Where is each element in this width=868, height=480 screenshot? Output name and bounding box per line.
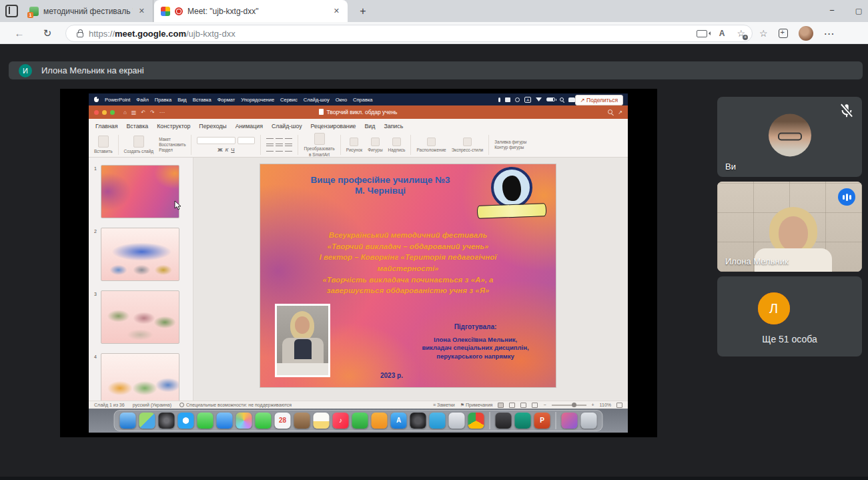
- dock-app-icon[interactable]: [178, 413, 194, 429]
- notes-toggle[interactable]: ≡ Заметки: [433, 403, 455, 407]
- browser-tab-meet[interactable]: Meet: "ujb-kxtg-dxx" ✕: [154, 0, 348, 22]
- apple-logo-icon[interactable]: [94, 97, 99, 102]
- add-favorite-icon[interactable]: ☆+: [737, 28, 745, 39]
- dock-app-icon[interactable]: P: [534, 413, 550, 429]
- dock-app-icon[interactable]: [256, 413, 272, 429]
- dock-app-icon[interactable]: [159, 413, 175, 429]
- menubar-record-icon[interactable]: [515, 97, 520, 102]
- comments-toggle[interactable]: ⚑ Примечания: [460, 403, 493, 408]
- dock-app-icon[interactable]: [120, 413, 136, 429]
- participant-tile-you[interactable]: Ви: [717, 97, 862, 177]
- home-icon[interactable]: ⌂: [123, 109, 127, 115]
- close-icon[interactable]: ✕: [332, 7, 341, 15]
- save-icon[interactable]: ▥: [131, 109, 137, 115]
- search-icon[interactable]: [608, 109, 612, 114]
- reading-view-icon[interactable]: [520, 403, 526, 408]
- dock-app-icon[interactable]: [468, 413, 484, 429]
- share-button[interactable]: ↗ Поделиться: [575, 95, 623, 105]
- close-traffic-light[interactable]: [94, 110, 99, 115]
- dock-app-icon[interactable]: [236, 413, 252, 429]
- tab-actions-menu-icon[interactable]: [5, 5, 18, 17]
- bold-button[interactable]: Ж: [218, 147, 222, 153]
- back-button[interactable]: ←: [11, 25, 28, 42]
- share-icon[interactable]: ↗: [618, 109, 622, 115]
- dock-app-icon[interactable]: [372, 413, 388, 429]
- slide-thumbnail-row[interactable]: 1: [89, 165, 193, 218]
- font-name-select[interactable]: [197, 137, 236, 144]
- dock-app-icon[interactable]: [217, 413, 233, 429]
- dock-app-icon[interactable]: 28: [275, 413, 291, 429]
- paragraph-group[interactable]: [266, 138, 292, 152]
- font-size-select[interactable]: [238, 137, 255, 144]
- fast-user-switch-icon[interactable]: [568, 97, 575, 102]
- dock-app-icon[interactable]: [314, 413, 330, 429]
- language-indicator[interactable]: русский (Украина): [133, 403, 171, 407]
- slide-thumbnail[interactable]: [101, 165, 179, 218]
- participant-tile-speaker[interactable]: Илона Мельник: [717, 182, 862, 272]
- slide-thumbnail-panel[interactable]: 1 2 3 4: [89, 158, 193, 401]
- dock-app-icon[interactable]: [515, 413, 531, 429]
- minimize-traffic-light[interactable]: [102, 110, 107, 115]
- zoom-out-button[interactable]: −: [543, 403, 546, 407]
- picture-button[interactable]: Рисунок: [346, 138, 363, 152]
- dock-main-apps[interactable]: 28♪A: [120, 413, 484, 429]
- smartart-button[interactable]: Преобразоватьв SmartArt: [304, 133, 334, 157]
- fit-to-window-icon[interactable]: [616, 403, 622, 408]
- shapes-button[interactable]: Фигуры: [368, 138, 382, 152]
- camera-permission-icon[interactable]: [697, 30, 707, 37]
- dock-app-icon[interactable]: [410, 413, 426, 429]
- slide-layout-group[interactable]: Макет Восстановить Раздел: [159, 137, 185, 152]
- slide-thumbnail-row[interactable]: 3: [89, 290, 193, 344]
- dock-far-apps[interactable]: [562, 413, 597, 429]
- new-slide-group[interactable]: Создать слайд: [124, 136, 154, 154]
- profile-avatar[interactable]: [799, 26, 813, 41]
- slide-thumbnail[interactable]: [101, 228, 179, 281]
- zoom-in-button[interactable]: +: [592, 403, 594, 407]
- paste-group[interactable]: Вставить: [94, 136, 113, 154]
- slide-thumbnail-row[interactable]: 4: [89, 353, 193, 401]
- dock-app-icon[interactable]: ♪: [333, 413, 349, 429]
- undo-icon[interactable]: ↶: [141, 109, 145, 115]
- slide-thumbnail-row[interactable]: 2: [89, 228, 193, 281]
- menubar-video-icon[interactable]: [505, 97, 510, 102]
- slideshow-view-icon[interactable]: [532, 403, 538, 408]
- quick-styles-button[interactable]: Экспресс-стили: [452, 138, 484, 152]
- input-source-icon[interactable]: A: [524, 97, 531, 103]
- slide-thumbnail[interactable]: [101, 290, 179, 344]
- read-aloud-icon[interactable]: A: [719, 29, 725, 38]
- dock-app-icon[interactable]: [496, 413, 512, 429]
- new-tab-button[interactable]: +: [355, 3, 371, 19]
- zoom-traffic-light[interactable]: [110, 110, 115, 115]
- normal-view-icon[interactable]: [498, 403, 504, 408]
- textbox-button[interactable]: Надпись: [388, 138, 406, 152]
- shape-format-group[interactable]: Заливка фигуры Контур фигуры: [494, 140, 526, 150]
- wifi-icon[interactable]: [536, 97, 542, 101]
- dock-app-icon[interactable]: [562, 413, 578, 429]
- window-restore-button[interactable]: ▢: [849, 2, 868, 19]
- dock-app-icon[interactable]: [352, 413, 368, 429]
- dock-app-icon[interactable]: [449, 413, 465, 429]
- dock-app-icon[interactable]: [581, 413, 597, 429]
- zoom-slider[interactable]: [552, 405, 586, 406]
- underline-button[interactable]: Ч: [231, 147, 234, 153]
- spotlight-icon[interactable]: [560, 97, 564, 101]
- favorites-icon[interactable]: ☆: [759, 28, 768, 39]
- dock-app-icon[interactable]: [139, 413, 155, 429]
- dock-app-icon[interactable]: [197, 413, 213, 429]
- dock-app-icon[interactable]: [430, 413, 446, 429]
- slide-counter[interactable]: Слайд 1 из 36: [94, 403, 125, 407]
- participant-tile-others[interactable]: ОЛ Ще 51 особа: [717, 276, 862, 356]
- font-group[interactable]: ЖКЧ: [197, 137, 255, 153]
- slide-sorter-view-icon[interactable]: [509, 403, 515, 408]
- collections-icon[interactable]: [779, 29, 788, 38]
- arrange-button[interactable]: Расположение: [416, 138, 446, 152]
- address-bar[interactable]: https://meet.google.com/ujb-kxtg-dxx A ☆…: [65, 25, 753, 42]
- refresh-button[interactable]: ↻: [39, 25, 56, 42]
- browser-tab-fest[interactable]: 1 методичний фестиваль "Творч ✕: [23, 0, 153, 22]
- settings-more-icon[interactable]: ⋯: [824, 27, 835, 40]
- menubar-mic-icon[interactable]: [498, 97, 500, 102]
- zoom-level[interactable]: 110%: [600, 403, 611, 407]
- titlebar-more-icon[interactable]: ⋯: [159, 109, 165, 115]
- close-icon[interactable]: ✕: [137, 7, 146, 15]
- italic-button[interactable]: К: [226, 147, 229, 153]
